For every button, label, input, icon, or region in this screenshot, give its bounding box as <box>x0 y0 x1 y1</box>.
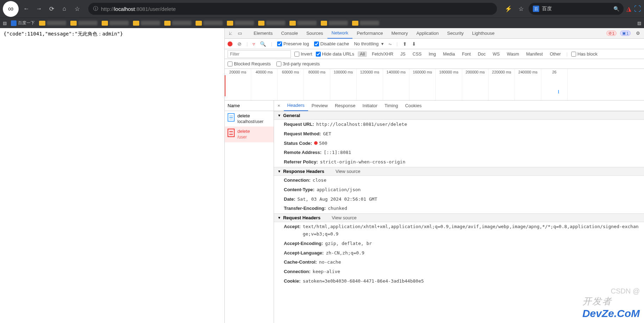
download-icon[interactable]: ⬇ <box>412 41 416 47</box>
upload-icon[interactable]: ⬆ <box>403 41 407 47</box>
header-row: Connection:close <box>274 176 644 185</box>
detail-tabs: × HeadersPreviewResponseInitiatorTimingC… <box>274 101 644 111</box>
search-icon[interactable]: 🔍 <box>260 41 266 47</box>
bookmark-folder[interactable] <box>70 21 97 26</box>
devtools-tab-security[interactable]: Security <box>443 28 468 39</box>
disable-cache-checkbox[interactable]: Disable cache <box>314 41 349 46</box>
header-row: Request Method:GET <box>274 129 644 139</box>
devtools-tab-console[interactable]: Console <box>277 28 302 39</box>
header-key: Connection: <box>284 177 311 184</box>
detail-tab-response[interactable]: Response <box>331 101 359 111</box>
detail-tab-timing[interactable]: Timing <box>381 101 402 111</box>
filter-type-all[interactable]: All <box>358 51 367 57</box>
devtools-tab-lighthouse[interactable]: Lighthouse <box>468 28 499 39</box>
filter-type-ws[interactable]: WS <box>491 51 502 57</box>
bookmark-folder[interactable] <box>258 21 285 26</box>
bookmark-folder[interactable] <box>196 21 223 26</box>
filter-type-fetchxhr[interactable]: Fetch/XHR <box>370 51 395 57</box>
throttling-select[interactable]: No throttling ▾ <box>354 41 384 46</box>
flash-icon[interactable]: ⚡ <box>503 4 513 14</box>
header-row: Connection:keep-alive <box>274 267 644 277</box>
request-row[interactable]: deletelocalhost/user <box>225 111 274 127</box>
document-icon <box>228 113 235 122</box>
info-count-badge[interactable]: ▣ 1 <box>620 31 631 36</box>
filter-type-wasm[interactable]: Wasm <box>505 51 521 57</box>
request-row[interactable]: delete/user <box>225 127 274 142</box>
header-value: application/json <box>317 186 640 194</box>
folder-icon <box>39 21 45 26</box>
error-count-badge[interactable]: ⊘ 1 <box>606 31 617 36</box>
filter-type-js[interactable]: JS <box>398 51 408 57</box>
extension-icon[interactable]: ◮ <box>626 5 631 13</box>
devtools-tab-elements[interactable]: Elements <box>249 28 277 39</box>
detail-tab-preview[interactable]: Preview <box>308 101 331 111</box>
timeline-tick: 200000 ms <box>462 69 489 100</box>
filter-type-css[interactable]: CSS <box>410 51 424 57</box>
bookmark-folder[interactable] <box>102 21 129 26</box>
home-button[interactable]: ⌂ <box>59 4 69 14</box>
filter-input[interactable] <box>228 50 291 58</box>
search-icon[interactable]: 🔍 <box>613 6 619 12</box>
bookmark-folder[interactable] <box>289 21 317 26</box>
profile-avatar[interactable]: ∞ <box>3 1 19 17</box>
bookmark-overflow[interactable]: ▤ <box>637 21 641 26</box>
blocked-requests-checkbox[interactable]: Blocked Requests <box>228 61 271 66</box>
name-column-header[interactable]: Name <box>225 101 274 111</box>
bookmark-folder[interactable] <box>164 21 191 26</box>
preserve-log-checkbox[interactable]: Preserve log <box>277 41 309 46</box>
address-bar[interactable]: ⓘ http://localhost:8081/user/delete <box>88 3 497 15</box>
settings-icon[interactable]: ⚙ <box>634 31 642 36</box>
close-detail-button[interactable]: × <box>276 103 282 108</box>
wifi-icon[interactable]: ⏦ <box>389 41 391 47</box>
filter-type-other[interactable]: Other <box>548 51 563 57</box>
timeline-tick: 140000 ms <box>383 69 409 100</box>
view-source-link[interactable]: View source <box>336 169 361 174</box>
section-header[interactable]: ▼Request HeadersView source <box>274 213 644 222</box>
devtools-tab-memory[interactable]: Memory <box>387 28 412 39</box>
devtools-tab-network[interactable]: Network <box>327 28 353 39</box>
devtools-tab-sources[interactable]: Sources <box>302 28 327 39</box>
bookmark-star-icon[interactable]: ☆ <box>72 4 82 14</box>
bookmark-folder[interactable] <box>133 21 160 26</box>
back-button[interactable]: ← <box>21 4 31 14</box>
has-blocked-checkbox[interactable]: Has block <box>571 51 598 57</box>
filter-type-font[interactable]: Font <box>460 51 473 57</box>
header-key: Content-Type: <box>284 186 314 194</box>
header-value: gzip, deflate, br <box>325 240 640 247</box>
filter-type-manifest[interactable]: Manifest <box>524 51 545 57</box>
bookmark-folder[interactable] <box>352 21 379 26</box>
view-source-link[interactable]: View source <box>332 215 357 220</box>
bookmark-baidu[interactable]: 百度一下 <box>11 20 35 26</box>
bookmark-page-icon[interactable]: ☆ <box>516 4 526 14</box>
header-value: http://localhost:8081/user/delete <box>316 121 640 128</box>
site-info-icon[interactable]: ⓘ <box>93 6 98 12</box>
filter-toggle-icon[interactable]: ▿ <box>253 41 255 47</box>
bookmark-folder[interactable] <box>227 21 254 26</box>
header-value: Sat, 03 Aug 2024 02:56:01 GMT <box>298 196 640 203</box>
record-button[interactable] <box>228 41 232 46</box>
reload-button[interactable]: ⟳ <box>47 4 57 14</box>
filter-type-doc[interactable]: Doc <box>476 51 488 57</box>
invert-checkbox[interactable]: Invert <box>294 51 312 57</box>
bookmark-folder[interactable] <box>39 21 66 26</box>
sidebar-toggle-icon[interactable]: ▤ <box>3 21 7 26</box>
device-toggle-icon[interactable]: ▭ <box>236 31 244 36</box>
detail-tab-cookies[interactable]: Cookies <box>402 101 425 111</box>
filter-type-img[interactable]: Img <box>427 51 438 57</box>
bookmark-folder[interactable] <box>321 21 348 26</box>
hide-data-urls-checkbox[interactable]: Hide data URLs <box>316 51 355 57</box>
detail-tab-initiator[interactable]: Initiator <box>359 101 381 111</box>
filter-type-media[interactable]: Media <box>441 51 457 57</box>
detail-tab-headers[interactable]: Headers <box>284 101 308 111</box>
inspect-element-icon[interactable]: ⟀ <box>227 31 235 36</box>
devtools-tab-performance[interactable]: Performance <box>352 28 387 39</box>
crop-icon[interactable]: ⛶ <box>634 5 641 13</box>
section-header[interactable]: ▼General <box>274 111 644 120</box>
forward-button[interactable]: → <box>34 4 44 14</box>
section-header[interactable]: ▼Response HeadersView source <box>274 167 644 176</box>
third-party-checkbox[interactable]: 3rd-party requests <box>276 61 320 66</box>
network-timeline[interactable]: 20000 ms40000 ms60000 ms80000 ms100000 m… <box>225 69 644 101</box>
search-engine-box[interactable]: 百 百度 🔍 <box>529 3 624 15</box>
devtools-tab-application[interactable]: Application <box>412 28 443 39</box>
clear-button[interactable]: ⊘ <box>237 41 242 47</box>
